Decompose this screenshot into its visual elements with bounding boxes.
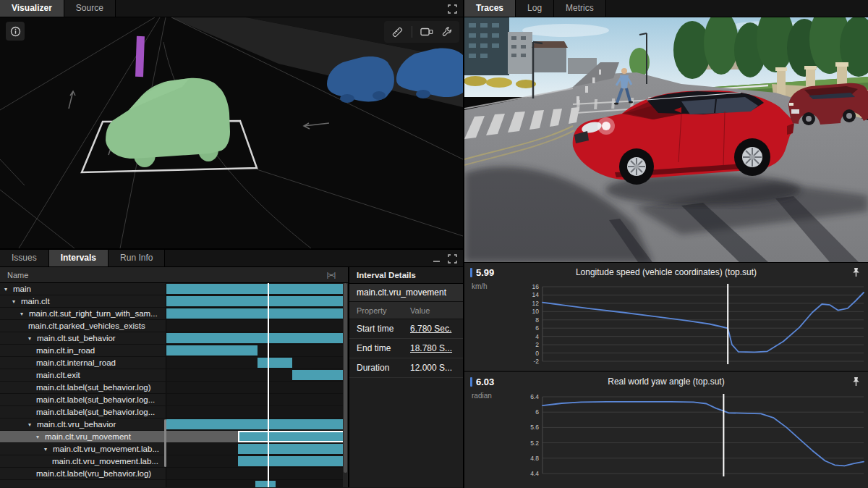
ruler-icon[interactable] bbox=[391, 26, 404, 38]
interval-row[interactable]: main.clt.exit bbox=[0, 369, 348, 382]
interval-row[interactable]: main.clt.label(sut_behavior.log... bbox=[0, 406, 348, 418]
interval-bar[interactable] bbox=[166, 296, 348, 306]
fullscreen-icon[interactable] bbox=[448, 254, 457, 264]
interval-row-name[interactable]: main.clt.in_road bbox=[0, 345, 166, 356]
interval-row-timeline[interactable] bbox=[166, 369, 348, 381]
tab-traces[interactable]: Traces bbox=[464, 0, 516, 17]
interval-row[interactable]: ▾main.clt.vru_behavior bbox=[0, 418, 348, 431]
chart-svg[interactable]: 6.465.65.24.84.4 bbox=[464, 391, 868, 478]
interval-row[interactable]: ▾main bbox=[0, 283, 348, 295]
interval-row-timeline[interactable] bbox=[166, 418, 348, 430]
interval-row[interactable]: main.clt.in_road bbox=[0, 345, 348, 357]
tab-intervals[interactable]: Intervals bbox=[49, 250, 109, 266]
interval-row-timeline[interactable] bbox=[166, 394, 348, 405]
interval-row[interactable]: main.clt.vru_movement.lab... bbox=[0, 455, 348, 468]
chart-time-cursor[interactable] bbox=[723, 394, 724, 476]
interval-row[interactable]: ▾main.clt.vru_movement.lab... bbox=[0, 443, 348, 455]
interval-row-timeline[interactable] bbox=[166, 443, 348, 455]
interval-row-name[interactable]: ▾main.clt.sut_right_turn_with_sam... bbox=[0, 308, 166, 319]
expand-arrow-icon[interactable]: ▾ bbox=[12, 298, 21, 305]
interval-row[interactable] bbox=[0, 480, 348, 487]
interval-bar[interactable] bbox=[166, 284, 348, 294]
start-time-value[interactable]: 6.780 Sec. bbox=[406, 324, 463, 334]
tab-run-info[interactable]: Run Info bbox=[109, 250, 165, 266]
interval-row[interactable]: ▾main.clt.sut_right_turn_with_sam... bbox=[0, 308, 348, 320]
end-time-value[interactable]: 18.780 S... bbox=[406, 343, 463, 353]
expand-arrow-icon[interactable]: ▾ bbox=[44, 446, 53, 453]
gantt-scrollbar[interactable] bbox=[343, 283, 348, 487]
interval-row-name[interactable]: ▾main.clt.sut_behavior bbox=[0, 332, 166, 344]
interval-row-name[interactable]: main.clt.internal_road bbox=[0, 357, 166, 369]
interval-row-name[interactable]: main.clt.exit bbox=[0, 369, 166, 381]
expand-arrow-icon[interactable]: ▾ bbox=[28, 421, 37, 428]
interval-bar[interactable] bbox=[292, 370, 348, 380]
interval-row-timeline[interactable] bbox=[166, 382, 348, 393]
interval-row[interactable]: ▾main.clt bbox=[0, 295, 348, 308]
interval-row-name[interactable]: main.clt.label(sut_behavior.log... bbox=[0, 394, 166, 405]
minimize-icon[interactable] bbox=[433, 255, 441, 263]
collapse-all-icon[interactable]: |><| bbox=[327, 272, 335, 279]
wrench-icon[interactable] bbox=[441, 27, 452, 38]
interval-row-timeline[interactable] bbox=[166, 320, 348, 332]
gantt-playhead-cursor[interactable] bbox=[268, 283, 269, 487]
interval-row-timeline[interactable] bbox=[166, 332, 348, 344]
interval-bar[interactable] bbox=[166, 333, 348, 343]
interval-row-timeline[interactable] bbox=[166, 406, 348, 418]
expand-arrow-icon[interactable]: ▾ bbox=[28, 335, 37, 342]
chart-time-cursor[interactable] bbox=[727, 284, 728, 364]
interval-row[interactable]: main.clt.label(sut_behavior.log) bbox=[0, 382, 348, 394]
interval-bar[interactable] bbox=[166, 345, 258, 356]
tab-metrics[interactable]: Metrics bbox=[554, 0, 606, 17]
interval-row[interactable]: ▾main.clt.vru_movement bbox=[0, 431, 348, 443]
interval-bar[interactable] bbox=[258, 358, 293, 368]
expand-arrow-icon[interactable]: ▾ bbox=[20, 311, 29, 317]
interval-bar[interactable] bbox=[238, 444, 348, 454]
interval-row-name[interactable]: main.clt.label(sut_behavior.log) bbox=[0, 382, 166, 393]
interval-row-name[interactable]: ▾main.clt.vru_movement bbox=[0, 431, 166, 442]
interval-bar[interactable] bbox=[166, 308, 348, 319]
chart-svg[interactable]: 1614121086420-2 bbox=[464, 282, 868, 367]
interval-bar[interactable] bbox=[166, 419, 348, 429]
interval-row-timeline[interactable] bbox=[166, 480, 348, 487]
chart-plot[interactable]: 6.465.65.24.84.4 bbox=[464, 391, 868, 478]
interval-row-name[interactable]: main.clt.parked_vehicles_exists bbox=[0, 320, 166, 332]
tab-source[interactable]: Source bbox=[64, 0, 116, 17]
interval-row-name[interactable]: main.clt.label(sut_behavior.log... bbox=[0, 406, 166, 418]
interval-row-name[interactable]: main.clt.label(vru_behavior.log) bbox=[0, 468, 166, 479]
info-icon[interactable] bbox=[6, 22, 25, 41]
interval-row[interactable]: main.clt.label(vru_behavior.log) bbox=[0, 468, 348, 480]
pin-icon[interactable] bbox=[851, 267, 861, 280]
camera-icon[interactable] bbox=[420, 27, 433, 37]
tab-log[interactable]: Log bbox=[516, 0, 554, 17]
tab-issues[interactable]: Issues bbox=[0, 250, 49, 266]
interval-row-timeline[interactable] bbox=[166, 308, 348, 319]
camera-view[interactable] bbox=[464, 17, 868, 262]
fullscreen-icon[interactable] bbox=[448, 4, 457, 14]
interval-row-name[interactable]: ▾main bbox=[0, 283, 166, 295]
interval-row-timeline[interactable] bbox=[166, 345, 348, 356]
interval-row-timeline[interactable] bbox=[166, 357, 348, 369]
interval-row-timeline[interactable] bbox=[166, 283, 348, 295]
interval-bar[interactable] bbox=[238, 456, 348, 466]
interval-row[interactable]: ▾main.clt.sut_behavior bbox=[0, 332, 348, 345]
tree-scrollbar-thumb[interactable] bbox=[164, 419, 166, 467]
chart-plot[interactable]: 1614121086420-2 bbox=[464, 282, 868, 367]
interval-row-name[interactable]: main.clt.vru_movement.lab... bbox=[0, 455, 166, 467]
interval-bar[interactable] bbox=[255, 481, 276, 487]
interval-row-name[interactable] bbox=[0, 480, 166, 487]
pin-icon[interactable] bbox=[851, 376, 861, 390]
expand-arrow-icon[interactable]: ▾ bbox=[36, 434, 45, 440]
tab-visualizer[interactable]: Visualizer bbox=[0, 0, 64, 17]
interval-row[interactable]: main.clt.internal_road bbox=[0, 357, 348, 369]
interval-row[interactable]: main.clt.parked_vehicles_exists bbox=[0, 320, 348, 332]
interval-row-timeline[interactable] bbox=[166, 468, 348, 479]
interval-row-timeline[interactable] bbox=[166, 455, 348, 467]
visualizer-3d-viewport[interactable] bbox=[0, 17, 463, 248]
interval-bar[interactable] bbox=[238, 431, 348, 442]
interval-row-timeline[interactable] bbox=[166, 295, 348, 307]
interval-row-name[interactable]: ▾main.clt.vru_behavior bbox=[0, 418, 166, 430]
interval-row-timeline[interactable] bbox=[166, 431, 348, 442]
interval-row-name[interactable]: ▾main.clt.vru_movement.lab... bbox=[0, 443, 166, 455]
expand-arrow-icon[interactable]: ▾ bbox=[4, 286, 13, 293]
interval-row[interactable]: main.clt.label(sut_behavior.log... bbox=[0, 394, 348, 406]
